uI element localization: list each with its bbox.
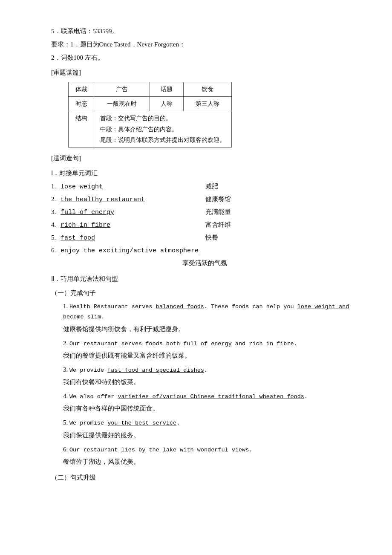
part2-title: Ⅱ．巧用单元语法和句型 [51, 273, 358, 285]
vocab-item-3: 3. full of energy 充满能量 [51, 206, 358, 218]
vocab-zh-5: 快餐 [205, 232, 218, 243]
vocab-en-5: fast food [61, 232, 197, 244]
sentence-1-underline-1: balanced foods [156, 304, 204, 310]
sentence-num-6: 6. [63, 446, 69, 453]
paren1-title: （一）完成句子 [51, 287, 358, 299]
vocab-en-3: full of energy [61, 207, 197, 218]
sentence-2: 2. Our restaurant serves foods both full… [63, 338, 358, 349]
intro-section: 5．联系电话：533599。 要求：1．题目为Once Tasted，Never… [51, 26, 358, 64]
vocab-zh-4: 富含纤维 [205, 219, 231, 231]
sentence-5: 5. We promise you the best service. [63, 417, 358, 428]
part1-title: Ⅰ．对接单元词汇 [51, 168, 358, 179]
sentence-3: 3. We provide fast food and special dish… [63, 364, 358, 376]
sentence-num-2: 2. [63, 340, 69, 347]
table-cell-tense-value: 一般现在时 [94, 97, 150, 111]
vocab-en-1: lose weight [61, 181, 197, 193]
sentence-zh-1: 健康餐馆提供均衡饮食，有利于减肥瘦身。 [63, 324, 358, 335]
paren2-title: （二）句式升级 [51, 472, 358, 483]
table-cell-person-value: 第三人称 [184, 97, 232, 111]
sentence-zh-5: 我们保证提供最好的服务。 [63, 430, 358, 441]
zaonju-title: [遣词造句] [51, 153, 358, 164]
sentence-num-1: 1. [63, 303, 69, 309]
table-cell-topic-value: 饮食 [184, 82, 232, 97]
vocab-zh-3: 充满能量 [205, 206, 231, 218]
sentence-5-underline-1: you the best service [107, 420, 176, 426]
intro-line-3: 2．词数100 左右。 [51, 52, 358, 64]
zaonju-section: [遣词造句] Ⅰ．对接单元词汇 1. lose weight 减肥 2. the… [51, 153, 358, 483]
vocab-zh-2: 健康餐馆 [205, 194, 231, 205]
vocab-num-3: 3. [51, 206, 61, 218]
intro-line-2: 要求：1．题目为Once Tasted，Never Forgotten； [51, 39, 358, 50]
sentence-num-3: 3. [63, 366, 69, 373]
page-container: 5．联系电话：533599。 要求：1．题目为Once Tasted，Never… [51, 26, 358, 483]
vocab-item-5: 5. fast food 快餐 [51, 232, 358, 244]
shenyi-section: [审题谋篇] 体裁 广告 话题 饮食 时态 一般现在时 人称 第三人称 结构 首… [51, 67, 358, 147]
vocab-en-2: the healthy restaurant [61, 194, 197, 205]
vocab-zh-1: 减肥 [205, 181, 218, 192]
table-cell-genre-value: 广告 [94, 82, 150, 97]
sentence-num-4: 4. [63, 393, 69, 399]
intro-line-1: 5．联系电话：533599。 [51, 26, 358, 37]
sentence-3-underline-1: fast food and special dishes [107, 367, 204, 373]
sentence-6: 6. Our restaurant lies by the lake with … [63, 444, 358, 455]
table-cell-topic-label: 话题 [150, 82, 184, 97]
vocab-zh-6: 享受活跃的气氛 [51, 257, 358, 269]
vocab-item-1: 1. lose weight 减肥 [51, 181, 358, 193]
shenyi-title: [审题谋篇] [51, 67, 358, 78]
sentence-zh-2: 我们的餐馆提供既有能量又富含纤维的饭菜。 [63, 350, 358, 361]
sentence-zh-4: 我们有各种各样的中国传统面食。 [63, 403, 358, 414]
vocab-item-6: 6. enjoy the exciting/active atmosphere [51, 245, 358, 257]
vocab-item-2: 2. the healthy restaurant 健康餐馆 [51, 194, 358, 205]
sentence-num-5: 5. [63, 419, 69, 426]
vocab-en-4: rich in fibre [61, 220, 197, 231]
vocab-num-4: 4. [51, 219, 61, 231]
sentence-4-underline-1: varieties of/various Chinese traditional… [118, 393, 304, 400]
sentence-zh-6: 餐馆位于湖边，风景优美。 [63, 456, 358, 468]
vocab-num-5: 5. [51, 232, 61, 243]
vocab-en-6: enjoy the exciting/active atmosphere [61, 245, 199, 257]
table-cell-genre-label: 体裁 [69, 82, 94, 97]
sentence-1: 1. Health Restaurant serves balanced foo… [63, 301, 358, 323]
sentence-6-underline-1: lies by the lake [121, 447, 177, 453]
vocab-num-6: 6. [51, 245, 61, 256]
vocab-num-1: 1. [51, 181, 61, 192]
table-cell-person-label: 人称 [150, 97, 184, 111]
vocab-item-4: 4. rich in fibre 富含纤维 [51, 219, 358, 231]
table-cell-structure-label: 结构 [69, 111, 94, 147]
vocab-num-2: 2. [51, 194, 61, 205]
sentence-1-underline-2: lose weight and become slim [63, 304, 349, 320]
sentence-4: 4. We also offer varieties of/various Ch… [63, 390, 358, 402]
table-cell-structure-value: 首段：交代写广告的目的。 中段：具体介绍广告的内容。 尾段：说明具体联系方式并提… [94, 111, 232, 147]
sentence-2-underline-1: full of energy [183, 341, 231, 347]
table-cell-tense-label: 时态 [69, 97, 94, 111]
sentence-zh-3: 我们有快餐和特别的饭菜。 [63, 376, 358, 388]
sentence-2-underline-2: rich in fibre [249, 341, 294, 347]
analysis-table: 体裁 广告 话题 饮食 时态 一般现在时 人称 第三人称 结构 首段：交代写广告… [68, 82, 232, 147]
